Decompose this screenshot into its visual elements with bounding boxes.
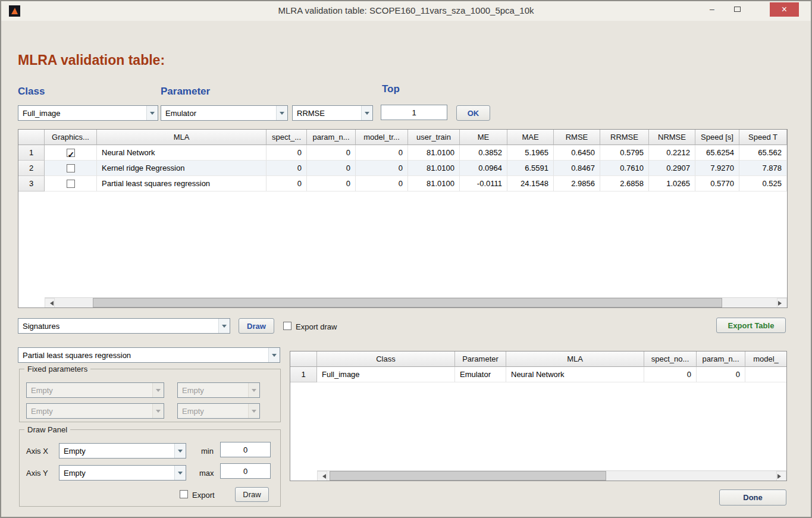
- cell: 0: [267, 161, 307, 176]
- draw-panel-draw-button[interactable]: Draw: [235, 487, 269, 502]
- signatures-dropdown-value: Signatures: [23, 322, 217, 331]
- column-header: [18, 130, 45, 145]
- cell: 65.562: [739, 145, 787, 161]
- export-draw-label: Export draw: [296, 322, 337, 331]
- column-header: Graphics...: [45, 130, 97, 145]
- column-header: spect_no...: [644, 351, 697, 367]
- class-dropdown[interactable]: Full_image: [18, 105, 158, 121]
- cell: 0.525: [739, 176, 787, 191]
- export-draw-checkbox[interactable]: [283, 322, 291, 330]
- ok-button[interactable]: OK: [456, 105, 490, 121]
- graphics-cell: [45, 176, 97, 191]
- maximize-icon: [734, 7, 741, 12]
- graphics-checkbox[interactable]: [67, 164, 75, 172]
- graphics-checkbox[interactable]: [67, 149, 75, 157]
- cell: 0.0964: [460, 161, 507, 176]
- cell: 65.6254: [695, 145, 739, 161]
- min-input[interactable]: [220, 442, 271, 457]
- metric-dropdown[interactable]: RRMSE: [292, 105, 373, 121]
- selection-table: ClassParameterMLAspect_no...param_n...mo…: [290, 351, 787, 481]
- close-button[interactable]: ×: [770, 2, 799, 17]
- signatures-dropdown[interactable]: Signatures: [18, 318, 230, 334]
- mla-dropdown[interactable]: Partial least squares regression: [18, 347, 280, 363]
- cell: 0: [356, 145, 408, 161]
- cell: 0: [307, 145, 356, 161]
- graphics-cell: [45, 145, 97, 161]
- cell: 0.5770: [695, 176, 739, 191]
- metric-dropdown-value: RRMSE: [297, 109, 359, 118]
- minimize-button[interactable]: –: [703, 2, 722, 17]
- parameter-dropdown[interactable]: Emulator: [161, 105, 288, 121]
- scrollbar-thumb[interactable]: [93, 298, 722, 307]
- page-title: MLRA validation table:: [18, 52, 165, 68]
- draw-button[interactable]: Draw: [239, 318, 274, 334]
- cell: 2.9856: [554, 176, 600, 191]
- axis-x-dropdown[interactable]: Empty: [59, 443, 186, 459]
- column-header: model_: [745, 351, 787, 367]
- chevron-down-icon: [268, 348, 280, 362]
- done-button[interactable]: Done: [719, 489, 786, 506]
- axis-y-dropdown[interactable]: Empty: [59, 465, 186, 481]
- cell: 0: [356, 161, 408, 176]
- cell: 0.3852: [460, 145, 507, 161]
- min-label: min: [201, 447, 214, 456]
- draw-panel-label: Draw Panel: [24, 425, 70, 434]
- column-header: param_n...: [307, 130, 356, 145]
- max-input[interactable]: [220, 463, 271, 479]
- column-header: MLA: [506, 351, 644, 367]
- fixed-param-dropdown-3: Empty: [26, 403, 164, 419]
- table-row[interactable]: 3Partial least squares regression00081.0…: [18, 176, 787, 191]
- cell: 0: [697, 367, 745, 382]
- cell: Neural Network: [506, 367, 644, 382]
- class-label: Class: [18, 86, 45, 98]
- scrollbar-thumb[interactable]: [330, 471, 606, 481]
- cell: 7.878: [739, 161, 787, 176]
- column-header: Parameter: [455, 351, 506, 367]
- chevron-down-icon: [146, 106, 158, 120]
- graphics-checkbox[interactable]: [67, 180, 75, 188]
- fixed-param-value: Empty: [31, 386, 151, 395]
- cell: 0: [267, 176, 307, 191]
- cell: -0.0111: [460, 176, 507, 191]
- cell: 1.0265: [649, 176, 695, 191]
- top-input[interactable]: [381, 105, 447, 120]
- table-row[interactable]: 1Neural Network00081.01000.38525.19650.6…: [18, 145, 787, 161]
- chevron-down-icon: [248, 404, 259, 418]
- validation-table-hscroll[interactable]: [45, 297, 787, 307]
- chevron-down-icon: [174, 444, 186, 458]
- validation-table-header: Graphics...MLAspect_...param_n...model_t…: [18, 130, 787, 145]
- window: MLRA validation table: SCOPE160_11vars_s…: [0, 0, 812, 518]
- scroll-left-arrow[interactable]: [317, 471, 327, 481]
- fixed-param-dropdown-4: Empty: [177, 403, 260, 419]
- axis-y-dropdown-value: Empty: [64, 469, 173, 478]
- export-checkbox[interactable]: [180, 490, 188, 498]
- table-row[interactable]: 1Full_imageEmulatorNeural Network00: [290, 367, 786, 382]
- cell: 81.0100: [408, 176, 460, 191]
- axis-x-dropdown-value: Empty: [64, 447, 173, 456]
- cell: [745, 367, 787, 382]
- maximize-button[interactable]: [728, 2, 747, 17]
- fixed-param-dropdown-1: Empty: [26, 382, 164, 398]
- column-header: spect_...: [267, 130, 307, 145]
- row-index: 3: [18, 176, 45, 191]
- chevron-down-icon: [152, 404, 164, 418]
- cell: 5.1965: [507, 145, 554, 161]
- column-header: MAE: [507, 130, 554, 145]
- table-row[interactable]: 2Kernel ridge Regression00081.01000.0964…: [18, 161, 787, 176]
- selection-table-header: ClassParameterMLAspect_no...param_n...mo…: [290, 351, 786, 367]
- column-header: Speed T: [739, 130, 787, 145]
- scroll-left-arrow[interactable]: [45, 298, 55, 308]
- selection-table-hscroll[interactable]: [317, 470, 786, 481]
- titlebar: MLRA validation table: SCOPE160_11vars_s…: [1, 1, 811, 21]
- cell: 0.2212: [649, 145, 695, 161]
- fixed-param-value: Empty: [182, 407, 246, 416]
- export-table-button[interactable]: Export Table: [716, 318, 786, 333]
- cell: 6.5591: [507, 161, 554, 176]
- cell: 0: [267, 145, 307, 161]
- fixed-param-dropdown-2: Empty: [177, 382, 260, 398]
- scroll-right-arrow[interactable]: [777, 298, 787, 308]
- cell: 81.0100: [408, 145, 460, 161]
- class-dropdown-value: Full_image: [23, 109, 145, 118]
- cell: 81.0100: [408, 161, 460, 176]
- scroll-right-arrow[interactable]: [776, 471, 786, 481]
